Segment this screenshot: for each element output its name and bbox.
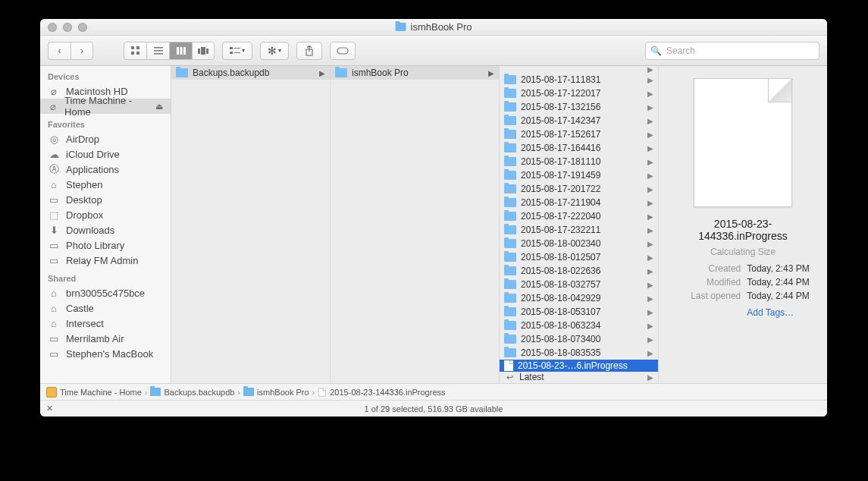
folder-icon [504,348,516,357]
alias-icon: ↩ [504,373,515,382]
chevron-right-icon: ▶ [647,226,653,234]
arrange-button[interactable]: ▾ [222,42,252,60]
sidebar-item[interactable]: ▭Merrilamb Air [40,331,171,346]
column-1[interactable]: Backups.backupdb ▶ [171,66,331,383]
sidebar-item[interactable]: ▭Photo Library [40,237,171,253]
home-icon: ⌂ [48,179,60,190]
sidebar[interactable]: Devices⌀Macintosh HD⌀Time Machine - Home… [40,66,171,383]
item-label: Backups.backupdb [193,68,315,78]
item-label: 2015-08-17-222040 [521,211,643,222]
sidebar-item[interactable]: ☁iCloud Drive [40,146,171,162]
sidebar-item[interactable]: ▭Desktop [40,192,171,207]
column-item[interactable]: 2015-08-17-142347▶ [500,114,658,127]
column-item[interactable]: 2015-08-17-152617▶ [500,127,658,141]
sidebar-item[interactable]: ⬇Downloads [40,222,171,237]
cancel-icon[interactable]: ✕ [46,404,53,413]
forward-button[interactable]: › [71,42,93,60]
column-item[interactable]: 2015-08-17-122017▶ [500,86,658,100]
column-item[interactable]: 2015-08-18-012507▶ [500,250,658,264]
chevron-right-icon: › [312,388,315,397]
sidebar-item[interactable]: ⒶApplications [40,162,171,177]
sidebar-item[interactable]: ⬚Dropbox [40,207,171,222]
column-2[interactable]: ismhBook Pro ▶ [331,66,500,383]
column-item[interactable]: 2015-08-17-181110▶ [500,155,658,168]
modified-label: Modified [676,275,741,289]
column-item[interactable]: Backups.backupdb ▶ [171,66,330,80]
back-button[interactable]: ‹ [48,42,71,60]
item-label: 2015-08-17-164416 [521,143,643,153]
path-segment[interactable]: ismhBook Pro [257,388,309,397]
sidebar-item-label: Intersect [66,318,104,329]
column-item[interactable]: 2015-08-17-191459▶ [500,168,658,182]
sidebar-item[interactable]: ◎AirDrop [40,131,171,146]
column-item[interactable]: ismhBook Pro ▶ [331,66,499,80]
dropbox-icon: ⬚ [48,209,60,221]
minimize-window[interactable] [63,23,72,32]
column-item[interactable]: 2015-08-18-073400▶ [500,332,658,346]
column-item[interactable]: 2015-08-18-002340▶ [500,237,658,250]
eject-icon[interactable]: ⏏ [155,102,163,112]
item-label: 2015-08-18-073400 [521,334,643,344]
column-item[interactable]: 2015-08-18-053107▶ [500,305,658,319]
column-item[interactable]: 2015-08-18-083535▶ [500,346,658,360]
chevron-right-icon: ▶ [647,171,653,180]
view-switcher [124,42,215,60]
folder-icon [504,171,516,180]
folder-icon [504,239,516,248]
close-window[interactable] [48,23,57,32]
column-item[interactable]: 2015-08-17-222040▶ [500,209,658,223]
sidebar-item[interactable]: ⌀Time Machine - Home⏏ [40,99,171,114]
column-item-selected[interactable]: 2015-08-23-…6.inProgress [500,360,658,372]
column-item[interactable]: 2015-08-17-164416▶ [500,141,658,155]
zoom-window[interactable] [78,23,87,32]
tags-button[interactable] [330,42,356,60]
share-button[interactable] [296,42,322,60]
svg-rect-2 [131,52,134,55]
folder-icon [176,68,188,77]
folder-icon [504,280,516,289]
column-item[interactable]: ↩ Latest ▶ [500,372,658,384]
path-segment[interactable]: Time Machine - Home [60,388,142,397]
sidebar-item[interactable]: ▭Relay FM Admin [40,253,171,268]
arrange-icon [230,46,240,55]
disk-icon [46,387,57,398]
item-label: 2015-08-17-211904 [521,197,643,208]
chevron-right-icon: ▶ [647,349,653,357]
column-item[interactable]: 2015-08-18-042929▶ [500,291,658,305]
column-item[interactable]: 2015-08-17-232211▶ [500,223,658,237]
column-3[interactable]: ▶ 2015-08-17-111831▶2015-08-17-122017▶20… [500,66,659,383]
column-view-button[interactable] [169,42,192,60]
document-preview-icon [694,78,792,207]
column-item[interactable]: 2015-08-18-063234▶ [500,319,658,332]
created-value: Today, 2:43 PM [747,262,810,275]
column-item[interactable]: 2015-08-17-201722▶ [500,182,658,196]
icon-view-button[interactable] [124,42,146,60]
column-item[interactable]: 2015-08-18-022636▶ [500,264,658,278]
arrange-group: ▾ [222,42,252,60]
sidebar-item[interactable]: ▭Stephen's MacBook [40,346,171,361]
sidebar-group-header: Shared [40,268,171,285]
sidebar-item[interactable]: ⌂brn30055c475bce [40,285,171,300]
sidebar-item-label: Stephen's MacBook [66,348,153,360]
column-item[interactable]: 2015-08-17-132156▶ [500,100,658,114]
column-item[interactable]: 2015-08-17-111831▶ [500,73,658,86]
sidebar-item[interactable]: ⌂Stephen [40,177,171,192]
column-item[interactable]: 2015-08-17-211904▶ [500,196,658,209]
coverflow-view-button[interactable] [192,42,215,60]
sidebar-item[interactable]: ⌂Castle [40,300,171,316]
list-view-button[interactable] [146,42,169,60]
path-segment[interactable]: 2015-08-23-144336.inProgress [330,388,445,397]
laptop-icon: ▭ [48,348,60,360]
svg-rect-7 [177,47,179,55]
downloads-icon: ⬇ [48,225,60,236]
chevron-right-icon: ▶ [488,69,494,77]
add-tags-link[interactable]: Add Tags… [747,306,794,319]
item-label: 2015-08-17-191459 [521,170,643,181]
search-field[interactable]: 🔍 Search [645,42,819,60]
sidebar-item[interactable]: ⌂Intersect [40,316,171,331]
column-item[interactable]: 2015-08-18-032757▶ [500,278,658,291]
folder-icon [504,89,516,98]
action-button[interactable]: ✻ ▾ [260,42,289,60]
path-segment[interactable]: Backups.backupdb [164,388,234,397]
folder-icon [504,266,516,275]
